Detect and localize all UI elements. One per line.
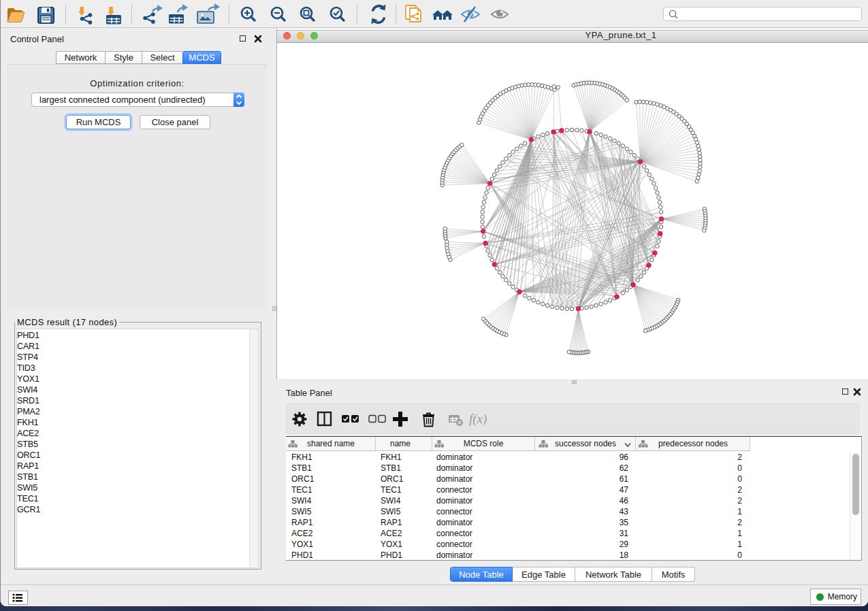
svg-text:f(x): f(x) <box>469 412 487 427</box>
